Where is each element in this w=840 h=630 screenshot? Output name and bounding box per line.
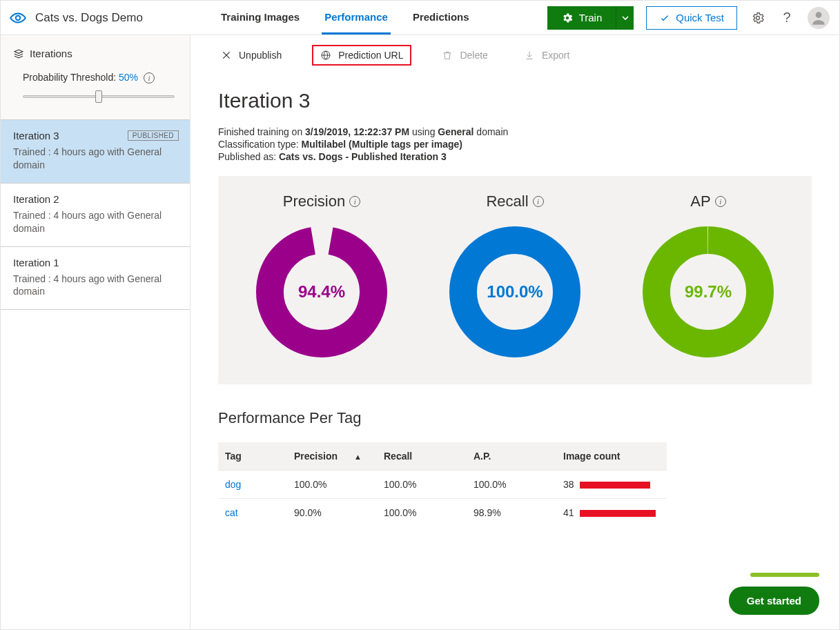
performance-per-tag-title: Performance Per Tag [218, 409, 812, 427]
col-precision[interactable]: Precision▲ [287, 442, 377, 471]
quick-test-button[interactable]: Quick Test [646, 6, 737, 30]
prediction-url-label: Prediction URL [338, 50, 403, 61]
info-icon[interactable]: i [144, 72, 155, 83]
performance-table: Tag Precision▲ Recall A.P. Image count d… [218, 442, 667, 526]
info-icon[interactable]: i [533, 196, 544, 207]
user-avatar[interactable] [808, 7, 830, 29]
unpublish-button[interactable]: Unpublish [215, 47, 287, 63]
image-count-bar [580, 482, 656, 489]
tag-link-cat[interactable]: cat [225, 507, 238, 518]
sort-asc-icon: ▲ [354, 453, 362, 461]
image-count-bar [580, 510, 656, 517]
iteration-subtitle: Trained : 4 hours ago with General domai… [13, 146, 179, 172]
close-icon [221, 50, 232, 61]
tab-training-images[interactable]: Training Images [218, 1, 302, 35]
table-row: cat 90.0% 100.0% 98.9% 41 [218, 499, 667, 527]
tutorial-progress-bar [750, 573, 819, 577]
published-as-line: Published as: Cats vs. Dogs - Published … [218, 151, 812, 162]
svg-point-0 [16, 15, 21, 20]
threshold-value: 50% [119, 72, 138, 83]
training-finished-line: Finished training on 3/19/2019, 12:22:37… [218, 126, 812, 137]
precision-value: 94.4% [253, 223, 391, 361]
tag-link-dog[interactable]: dog [225, 479, 241, 490]
iteration-item-2[interactable]: Iteration 2 Trained : 4 hours ago with G… [1, 183, 190, 246]
col-recall[interactable]: Recall [377, 442, 467, 471]
trash-icon [442, 50, 453, 61]
iterations-icon [13, 48, 24, 59]
prediction-url-button[interactable]: Prediction URL [312, 45, 411, 66]
delete-button: Delete [436, 47, 493, 63]
custom-vision-logo-icon [5, 9, 31, 27]
recall-value: 100.0% [446, 223, 584, 361]
export-label: Export [542, 50, 569, 61]
col-tag[interactable]: Tag [218, 442, 287, 471]
iteration-name: Iteration 3 [13, 130, 59, 141]
info-icon[interactable]: i [349, 196, 360, 207]
classification-type-line: Classification type: Multilabel (Multipl… [218, 139, 812, 150]
train-dropdown-caret[interactable] [616, 6, 634, 30]
train-button[interactable]: Train [547, 6, 616, 30]
get-started-button[interactable]: Get started [729, 587, 819, 615]
tab-predictions[interactable]: Predictions [410, 1, 472, 35]
train-button-label: Train [579, 12, 603, 23]
globe-icon [320, 50, 331, 61]
unpublish-label: Unpublish [239, 50, 282, 61]
tab-performance[interactable]: Performance [322, 1, 391, 35]
download-icon [524, 50, 535, 61]
iteration-subtitle: Trained : 4 hours ago with General domai… [13, 209, 179, 235]
delete-label: Delete [460, 50, 487, 61]
gears-icon [561, 12, 574, 24]
project-title: Cats vs. Dogs Demo [35, 11, 143, 25]
iteration-subtitle: Trained : 4 hours ago with General domai… [13, 273, 179, 299]
threshold-slider[interactable] [23, 90, 175, 103]
iterations-label: Iterations [30, 48, 72, 59]
help-button[interactable]: ? [779, 10, 795, 26]
recall-donut: 100.0% [446, 223, 584, 361]
precision-donut: 94.4% [253, 223, 391, 361]
ap-donut: 99.7% [639, 223, 777, 361]
iteration-item-1[interactable]: Iteration 1 Trained : 4 hours ago with G… [1, 246, 190, 310]
settings-button[interactable] [750, 10, 766, 26]
precision-label: Precision [283, 193, 345, 210]
svg-point-1 [756, 16, 760, 19]
info-icon[interactable]: i [715, 196, 726, 207]
check-icon [659, 12, 670, 23]
table-row: dog 100.0% 100.0% 100.0% 38 [218, 471, 667, 499]
recall-label: Recall [486, 193, 528, 210]
ap-value: 99.7% [639, 223, 777, 361]
iteration-title: Iteration 3 [218, 89, 812, 112]
col-ap[interactable]: A.P. [467, 442, 556, 471]
quick-test-label: Quick Test [676, 12, 724, 23]
threshold-label: Probability Threshold: [23, 72, 116, 83]
ap-label: AP [690, 193, 710, 210]
svg-point-2 [816, 12, 822, 18]
published-badge: PUBLISHED [128, 130, 179, 141]
export-button: Export [518, 47, 575, 63]
iteration-name: Iteration 2 [13, 193, 59, 205]
iteration-item-3[interactable]: Iteration 3 PUBLISHED Trained : 4 hours … [1, 119, 190, 183]
col-image-count[interactable]: Image count [556, 442, 667, 471]
iteration-name: Iteration 1 [13, 257, 59, 268]
